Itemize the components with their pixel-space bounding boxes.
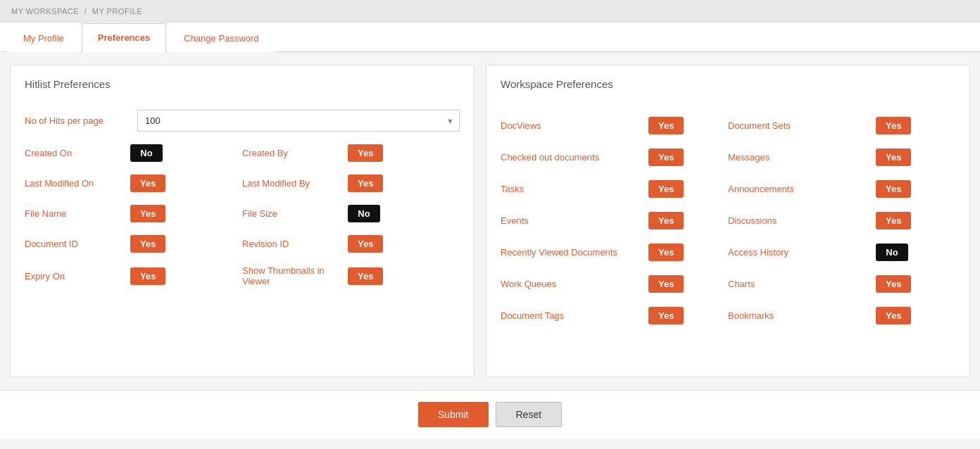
hits-per-page-row: No of Hits per page 10 25 50 100 200 ▼ bbox=[25, 110, 460, 132]
file-size-label: File Size bbox=[242, 208, 348, 219]
announcements-label: Announcements bbox=[728, 184, 869, 194]
ws-item-access-history: Access History No bbox=[728, 236, 955, 268]
announcements-badge[interactable]: Yes bbox=[876, 180, 911, 198]
messages-label: Messages bbox=[728, 152, 869, 163]
discussions-label: Discussions bbox=[728, 215, 869, 226]
expiry-on-badge[interactable]: Yes bbox=[130, 267, 165, 285]
file-name-badge[interactable]: Yes bbox=[130, 205, 165, 222]
ws-item-document-sets: Document Sets Yes bbox=[728, 110, 955, 141]
hl-row-file: File Name Yes File Size No bbox=[25, 205, 460, 222]
hl-row-docid: Document ID Yes Revision ID Yes bbox=[25, 235, 460, 253]
hl-row-created: Created On No Created By Yes bbox=[25, 144, 460, 162]
recently-viewed-label: Recently Viewed Documents bbox=[501, 247, 641, 258]
messages-badge[interactable]: Yes bbox=[876, 148, 911, 166]
breadcrumb-root: MY WORKSPACE bbox=[11, 7, 79, 15]
breadcrumb-current: MY PROFILE bbox=[92, 7, 142, 15]
thumbnails-badge[interactable]: Yes bbox=[348, 267, 383, 285]
created-on-label: Created On bbox=[25, 148, 130, 158]
ws-item-charts: Charts Yes bbox=[728, 268, 955, 300]
tab-my-profile[interactable]: My Profile bbox=[7, 24, 80, 52]
created-by-badge[interactable]: Yes bbox=[348, 144, 383, 162]
ws-item-docviews: DocViews Yes bbox=[501, 110, 728, 141]
expiry-on-label: Expiry On bbox=[25, 271, 130, 282]
document-sets-badge[interactable]: Yes bbox=[876, 117, 911, 134]
ws-item-messages: Messages Yes bbox=[728, 141, 955, 173]
work-queues-label: Work Queues bbox=[501, 279, 641, 289]
ws-item-tasks: Tasks Yes bbox=[501, 173, 728, 205]
thumbnails-label: Show Thumbnails in Viewer bbox=[242, 265, 348, 286]
ws-item-announcements: Announcements Yes bbox=[728, 173, 955, 205]
workspace-grid: DocViews Yes Document Sets Yes Checked o… bbox=[501, 110, 955, 331]
workspace-panel: Workspace Preferences DocViews Yes Docum… bbox=[486, 65, 970, 377]
work-queues-badge[interactable]: Yes bbox=[648, 275, 684, 293]
hitlist-panel-title: Hitlist Preferences bbox=[25, 78, 460, 97]
hits-per-page-label: No of Hits per page bbox=[25, 115, 137, 126]
hl-row-expiry: Expiry On Yes Show Thumbnails in Viewer … bbox=[25, 265, 460, 286]
ws-item-work-queues: Work Queues Yes bbox=[501, 268, 728, 300]
bookmarks-badge[interactable]: Yes bbox=[876, 307, 911, 324]
hl-row-modified: Last Modified On Yes Last Modified By Ye… bbox=[25, 175, 460, 192]
ws-item-document-tags: Document Tags Yes bbox=[501, 300, 728, 331]
ws-item-events: Events Yes bbox=[501, 205, 728, 236]
checked-out-badge[interactable]: Yes bbox=[648, 148, 684, 166]
main-content: Hitlist Preferences No of Hits per page … bbox=[0, 52, 980, 390]
reset-button[interactable]: Reset bbox=[496, 402, 563, 427]
last-modified-by-badge[interactable]: Yes bbox=[348, 175, 383, 192]
last-modified-on-badge[interactable]: Yes bbox=[130, 175, 165, 192]
docviews-badge[interactable]: Yes bbox=[648, 117, 684, 134]
ws-item-bookmarks: Bookmarks Yes bbox=[728, 300, 955, 331]
document-tags-label: Document Tags bbox=[501, 310, 641, 321]
created-on-badge[interactable]: No bbox=[130, 144, 163, 162]
workspace-panel-title: Workspace Preferences bbox=[501, 78, 955, 97]
tasks-badge[interactable]: Yes bbox=[648, 180, 684, 198]
submit-button[interactable]: Submit bbox=[418, 402, 489, 427]
breadcrumb-separator: / bbox=[84, 7, 87, 15]
created-by-label: Created By bbox=[242, 148, 348, 158]
tab-change-password[interactable]: Change Password bbox=[168, 24, 275, 52]
tab-preferences[interactable]: Preferences bbox=[82, 23, 166, 52]
revision-id-badge[interactable]: Yes bbox=[348, 235, 383, 253]
last-modified-by-label: Last Modified By bbox=[242, 178, 348, 189]
checked-out-label: Checked out documents bbox=[501, 152, 641, 163]
document-id-label: Document ID bbox=[25, 239, 130, 249]
revision-id-label: Revision ID bbox=[242, 239, 348, 249]
charts-label: Charts bbox=[728, 279, 869, 289]
charts-badge[interactable]: Yes bbox=[876, 275, 911, 293]
hitlist-panel: Hitlist Preferences No of Hits per page … bbox=[10, 65, 475, 377]
footer-bar: Submit Reset bbox=[0, 390, 980, 438]
ws-item-recently-viewed: Recently Viewed Documents Yes bbox=[501, 236, 728, 268]
document-id-badge[interactable]: Yes bbox=[130, 235, 165, 253]
tasks-label: Tasks bbox=[501, 184, 641, 194]
document-tags-badge[interactable]: Yes bbox=[648, 307, 684, 324]
recently-viewed-badge[interactable]: Yes bbox=[648, 244, 684, 261]
bookmarks-label: Bookmarks bbox=[728, 310, 869, 321]
hits-per-page-select[interactable]: 10 25 50 100 200 bbox=[137, 110, 460, 132]
access-history-badge[interactable]: No bbox=[876, 244, 908, 261]
document-sets-label: Document Sets bbox=[728, 120, 869, 131]
docviews-label: DocViews bbox=[501, 120, 641, 131]
ws-item-discussions: Discussions Yes bbox=[728, 205, 955, 236]
tabs-bar: My Profile Preferences Change Password bbox=[0, 23, 980, 52]
events-badge[interactable]: Yes bbox=[648, 212, 684, 229]
breadcrumb-bar: MY WORKSPACE / MY PROFILE bbox=[0, 0, 980, 23]
access-history-label: Access History bbox=[728, 247, 869, 258]
file-name-label: File Name bbox=[25, 208, 130, 219]
last-modified-on-label: Last Modified On bbox=[25, 178, 130, 189]
hits-per-page-select-wrapper: 10 25 50 100 200 ▼ bbox=[137, 110, 460, 132]
file-size-badge[interactable]: No bbox=[348, 205, 380, 222]
events-label: Events bbox=[501, 215, 641, 226]
ws-item-checked-out: Checked out documents Yes bbox=[501, 141, 728, 173]
discussions-badge[interactable]: Yes bbox=[876, 212, 911, 229]
